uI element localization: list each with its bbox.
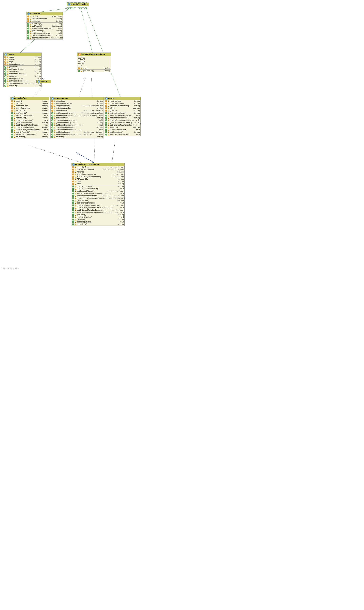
nominee-icon: C [105, 97, 108, 100]
watermark: Powered by yFiles [2, 268, 19, 269]
enum-methods: m 🔒 getStatus() String [77, 70, 111, 72]
enum-values: SUCCESS FAILURE TIMEOUT PENDING OPEN [77, 56, 111, 67]
transactionstatusenum-title: TransactionStatusEnum [81, 53, 105, 55]
method-getcurrency: m 🔒 getCurrency() String [26, 30, 63, 32]
svg-marker-7 [79, 8, 82, 9]
transactionstatusenum-icon: E [78, 53, 80, 55]
method-getamount: m 🔒 getAmount() BigDecimal [26, 25, 63, 27]
method-getamountformatted: m 🔒 getAmountFormatted() String [26, 34, 63, 37]
nominee-methods: m 🔒 getNomineeName() String m 🔒 setNomin… [104, 112, 141, 136]
depositplan-methods: m 🔒 getAmount() Amount m 🔒 setAmount(Amo… [10, 112, 49, 138]
depositserviceresponse-header: C DepositServiceResponse [71, 163, 124, 166]
method-setcurrency: m 🔒 setCurrency(String) void [26, 32, 63, 34]
method-setamount: m 🔒 setAmount(BigDecimal) void [26, 27, 63, 30]
depositplan-icon: C [11, 97, 13, 100]
svg-marker-10 [42, 78, 44, 80]
nominee-fields: f 🔒 nomineeName String f 🔒 nomineeAddres… [104, 100, 141, 112]
method-tostring: m 🔒 toString() String [26, 23, 63, 25]
svg-line-18 [76, 153, 94, 163]
transactionstatusenum-header: E TransactionStatusEnum [77, 53, 111, 56]
svg-line-23 [112, 141, 115, 163]
svg-marker-8 [84, 8, 87, 9]
diagram-container: 1 1 1 ↓ ↓ ↓ 1 1 1 C « Serializable [0, 0, 141, 271]
depositplan-box: C DepositPlan f 🔒 amount Amount f 🔒 tenu… [10, 97, 49, 138]
svg-marker-6 [68, 8, 71, 9]
amount-icon: C [38, 80, 40, 82]
field-tenureformatted: f 🔒 tenureFormatted String [4, 63, 41, 65]
svg-text:↓: ↓ [112, 160, 113, 162]
svg-marker-5 [72, 8, 74, 9]
nominee-box: C Nominee f 🔒 nomineeName String f 🔒 nom… [104, 97, 141, 136]
field-currency: f 🔒 currency String [26, 20, 63, 22]
baseamount-methods: m 🔒 toString() String m 🔒 getAmount() Bi… [26, 23, 63, 39]
serializable-box: C « Serializable » [67, 2, 89, 6]
svg-line-1 [41, 8, 73, 12]
baseamount-icon: C [27, 12, 30, 15]
svg-line-3 [80, 8, 92, 52]
baseresponse-fields: f 🔒 errorCode String f 🔒 errorDescriptio… [51, 100, 104, 112]
depositserviceresponse-icon: C [72, 163, 75, 166]
serializable-header: C « Serializable » [67, 3, 89, 6]
baseamount-fields: f 🔒 amount BigDecimal f 🔒 amountFormatte… [26, 15, 63, 23]
method-setamountformatted: m 🔒 setAmountFormatted(String) void [26, 37, 63, 39]
field-years: f 🔒 years String [4, 56, 41, 58]
nominee-title: Nominee [108, 97, 116, 99]
enum-fields: f 🔒 status String [77, 67, 111, 70]
baseamount-header: C BaseAmount [26, 12, 63, 15]
nominee-header: C Nominee [104, 97, 141, 100]
depositplan-header: C DepositPlan [10, 97, 49, 100]
serializable-title: Serializable [73, 3, 86, 5]
amount-title: Amount [40, 80, 47, 82]
field-months: f 🔒 months String [4, 58, 41, 61]
depositserviceresponse-box: C DepositServiceResponse f 🔒 depositPlan… [71, 163, 125, 226]
baseresponse-box: C BaseResponse f 🔒 errorCode String f 🔒 … [50, 97, 104, 138]
depositplan-fields: f 🔒 amount Amount f 🔒 tenure Tenure f 🔒 … [10, 100, 49, 112]
field-days: f 🔒 days String [4, 61, 41, 63]
field-amountformatted: f 🔒 amountFormatted String [26, 18, 63, 20]
field-amount: f 🔒 amount BigDecimal [26, 15, 63, 18]
baseresponse-icon: C [51, 97, 54, 100]
svg-text:1: 1 [83, 78, 84, 79]
svg-line-20 [30, 146, 81, 163]
baseamount-box: C BaseAmount f 🔒 amount BigDecimal f 🔒 a… [26, 12, 63, 39]
baseresponse-methods: m 🔒 getResponseStatus() TransactionStatu… [51, 112, 104, 138]
depositserviceresponse-methods: m 🔒 getFDAccountId() String m 🔒 setFDAcc… [71, 185, 124, 226]
svg-text:↓: ↓ [30, 148, 31, 150]
svg-text:1: 1 [44, 78, 45, 79]
depositplan-title: DepositPlan [14, 97, 26, 99]
tenure-box: C Tenure f 🔒 years String f 🔒 months Str… [3, 52, 41, 87]
amount-header: C Amount [37, 80, 51, 83]
depositserviceresponse-title: DepositServiceResponse [75, 163, 100, 165]
tenure-methods: m 🔒 getYears() String m 🔒 setYears(Strin… [4, 65, 41, 87]
serializable-stereotype: « [71, 3, 72, 5]
tenure-fields: f 🔒 years String f 🔒 months String f 🔒 d… [4, 56, 41, 65]
baseresponse-header: C BaseResponse [51, 97, 104, 100]
serializable-stereotype2: » [87, 3, 88, 5]
amount-box: C Amount [37, 80, 51, 83]
transactionstatusenum-box: E TransactionStatusEnum SUCCESS FAILURE … [77, 52, 111, 72]
baseresponse-title: BaseResponse [54, 97, 68, 99]
svg-line-4 [86, 8, 120, 97]
tenure-title: Tenure [7, 53, 14, 55]
tenure-icon: C [4, 53, 7, 55]
baseamount-title: BaseAmount [30, 13, 41, 14]
depositserviceresponse-fields: f 🔒 depositPlans List<DepositPlan> f 🔒 t… [71, 166, 124, 185]
tenure-header: C Tenure [4, 53, 41, 56]
serializable-icon: C [68, 3, 70, 5]
